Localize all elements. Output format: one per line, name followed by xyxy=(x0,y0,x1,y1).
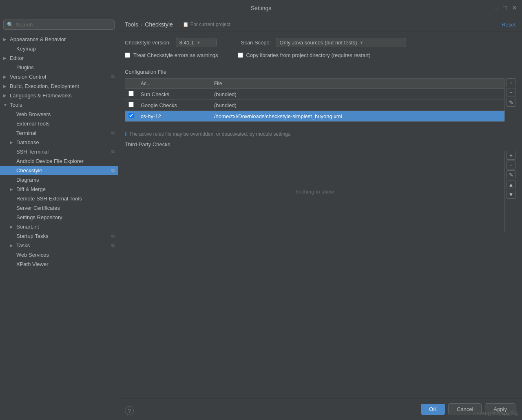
sidebar-item-label: Remote SSH External Tools xyxy=(16,196,82,202)
move-up-button[interactable]: ▲ xyxy=(507,180,515,189)
scan-scope-label: Scan Scope: xyxy=(241,40,271,46)
copy-icon: ⧉ xyxy=(111,233,115,239)
config-table: Ac... File Sun Checks (bundled) xyxy=(125,78,505,122)
row-checkbox[interactable] xyxy=(128,91,134,96)
copy-icon: ⧉ xyxy=(111,74,115,79)
remove-config-button[interactable]: − xyxy=(507,88,515,97)
info-row: ℹ The active rules file may be overridde… xyxy=(125,131,515,137)
sidebar-item-xpath-viewer[interactable]: XPath Viewer xyxy=(0,259,118,269)
add-config-button[interactable]: + xyxy=(507,78,515,87)
table-header: Ac... File xyxy=(125,79,504,89)
sidebar-item-label: Database xyxy=(16,139,39,145)
search-box[interactable]: 🔍 xyxy=(3,20,115,30)
checkboxes-row: Treat Checkstyle errors as warnings Copy… xyxy=(125,52,515,63)
third-party-label: Third-Party Checks xyxy=(125,141,515,147)
ok-button[interactable]: OK xyxy=(421,404,445,415)
row-file: (bundled) xyxy=(211,89,504,99)
sidebar-item-web-browsers[interactable]: Web Browsers xyxy=(0,110,118,119)
sidebar-item-label: Appearance & Behavior xyxy=(10,36,66,42)
copy-libraries-checkbox[interactable] xyxy=(238,53,243,58)
sidebar-item-ssh-terminal[interactable]: SSH Terminal ⧉ xyxy=(0,147,118,156)
table-row[interactable]: cs-hy-12 /home/zxl/Downloads/checkstyle-… xyxy=(125,111,504,121)
sidebar-item-remote-ssh[interactable]: Remote SSH External Tools xyxy=(0,194,118,203)
copy-icon: ⧉ xyxy=(111,243,115,248)
sidebar-item-appearance[interactable]: ▶ Appearance & Behavior xyxy=(0,35,118,44)
scan-scope-select[interactable]: Only Java sources (but not tests) ▼ xyxy=(276,38,406,47)
sidebar: 🔍 ▶ Appearance & Behavior Keymap ▶ Edito… xyxy=(0,16,118,420)
arrow-icon: ▶ xyxy=(3,84,7,88)
help-button[interactable]: ? xyxy=(125,406,134,415)
content-header: Tools › Checkstyle 📋 For current project… xyxy=(118,16,522,31)
sidebar-item-plugins[interactable]: Plugins xyxy=(0,63,118,72)
info-text: The active rules file may be overridden,… xyxy=(129,131,292,137)
breadcrumb: Tools › Checkstyle xyxy=(125,21,173,28)
close-icon[interactable]: ✕ xyxy=(512,4,517,12)
version-select[interactable]: 8.41.1 ▼ xyxy=(176,38,217,47)
sidebar-item-label: Tasks xyxy=(16,242,30,248)
for-project-label: 📋 For current project xyxy=(183,22,230,27)
row-file: (bundled) xyxy=(211,100,504,110)
sidebar-item-label: Editor xyxy=(10,55,24,61)
sidebar-item-editor[interactable]: ▶ Editor xyxy=(0,53,118,63)
sidebar-item-settings-repo[interactable]: Settings Repository xyxy=(0,213,118,222)
title-bar: Settings − □ ✕ xyxy=(0,0,522,16)
col-header-description: Ac... xyxy=(137,79,211,88)
info-icon: ℹ xyxy=(125,131,127,137)
footer-bar: OK Cancel Apply xyxy=(118,398,522,420)
sidebar-item-diagrams[interactable]: Diagrams xyxy=(0,175,118,185)
sidebar-item-label: XPath Viewer xyxy=(16,261,49,267)
remove-third-party-button[interactable]: − xyxy=(507,161,515,169)
sidebar-item-database[interactable]: ▶ Database xyxy=(0,138,118,147)
search-input[interactable] xyxy=(16,22,111,28)
row-check-col xyxy=(125,100,137,110)
sidebar-item-diff-merge[interactable]: ▶ Diff & Merge xyxy=(0,185,118,194)
sidebar-item-terminal[interactable]: Terminal ⧉ xyxy=(0,128,118,138)
table-row[interactable]: Sun Checks (bundled) xyxy=(125,89,504,100)
breadcrumb-parent: Tools xyxy=(125,21,138,28)
row-description: cs-hy-12 xyxy=(137,111,211,121)
col-header-check xyxy=(125,79,137,88)
sidebar-item-build[interactable]: ▶ Build, Execution, Deployment xyxy=(0,81,118,91)
sidebar-tree: ▶ Appearance & Behavior Keymap ▶ Editor … xyxy=(0,33,118,420)
sidebar-item-version-control[interactable]: ▶ Version Control ⧉ xyxy=(0,72,118,81)
search-icon: 🔍 xyxy=(7,22,13,28)
sidebar-item-external-tools[interactable]: External Tools xyxy=(0,119,118,128)
treat-warnings-checkbox[interactable] xyxy=(125,53,130,58)
sidebar-item-sonarlint[interactable]: ▶ SonarLint xyxy=(0,222,118,231)
sidebar-item-android-device[interactable]: Android Device File Explorer xyxy=(0,156,118,166)
sidebar-item-startup-tasks[interactable]: Startup Tasks ⧉ xyxy=(0,231,118,241)
sidebar-item-label: Server Certificates xyxy=(16,205,60,211)
arrow-icon: ▶ xyxy=(3,56,7,60)
sidebar-item-languages[interactable]: ▶ Languages & Frameworks xyxy=(0,91,118,100)
config-file-label: Configuration File xyxy=(125,69,515,75)
row-description: Sun Checks xyxy=(137,89,211,99)
sidebar-item-label: Web Browsers xyxy=(16,111,51,117)
version-label: Checkstyle version: xyxy=(125,40,171,46)
sidebar-item-label: Build, Execution, Deployment xyxy=(10,83,79,89)
third-party-box: Nothing to show xyxy=(125,151,505,232)
maximize-icon[interactable]: □ xyxy=(503,4,507,12)
table-row[interactable]: Google Checks (bundled) xyxy=(125,100,504,111)
minimize-icon[interactable]: − xyxy=(494,4,498,12)
move-down-button[interactable]: ▼ xyxy=(507,190,515,199)
sidebar-item-checkstyle[interactable]: Checkstyle ⧉ xyxy=(0,166,118,175)
edit-config-button[interactable]: ✎ xyxy=(507,98,515,107)
reset-button[interactable]: Reset xyxy=(502,22,515,28)
sidebar-item-label: External Tools xyxy=(16,121,49,127)
sidebar-item-tools[interactable]: ▼ Tools xyxy=(0,100,118,110)
edit-third-party-button[interactable]: ✎ xyxy=(507,170,515,179)
content-body: Checkstyle version: 8.41.1 ▼ Scan Scope:… xyxy=(118,31,522,398)
copy-libraries-label: Copy libraries from project directory (r… xyxy=(246,52,371,58)
config-table-container: Ac... File Sun Checks (bundled) xyxy=(125,78,515,127)
copy-icon: ⧉ xyxy=(111,130,115,136)
sidebar-item-keymap[interactable]: Keymap xyxy=(0,44,118,53)
sidebar-item-web-services[interactable]: Web Services xyxy=(0,250,118,259)
add-third-party-button[interactable]: + xyxy=(507,151,515,160)
row-checkbox[interactable] xyxy=(128,102,134,107)
sidebar-item-label: Languages & Frameworks xyxy=(10,92,72,99)
sidebar-item-server-certs[interactable]: Server Certificates xyxy=(0,203,118,213)
sidebar-item-tasks[interactable]: ▶ Tasks ⧉ xyxy=(0,241,118,250)
nothing-to-show: Nothing to show xyxy=(296,189,334,195)
copy-icon: ⧉ xyxy=(111,149,115,154)
row-checkbox[interactable] xyxy=(128,113,134,118)
